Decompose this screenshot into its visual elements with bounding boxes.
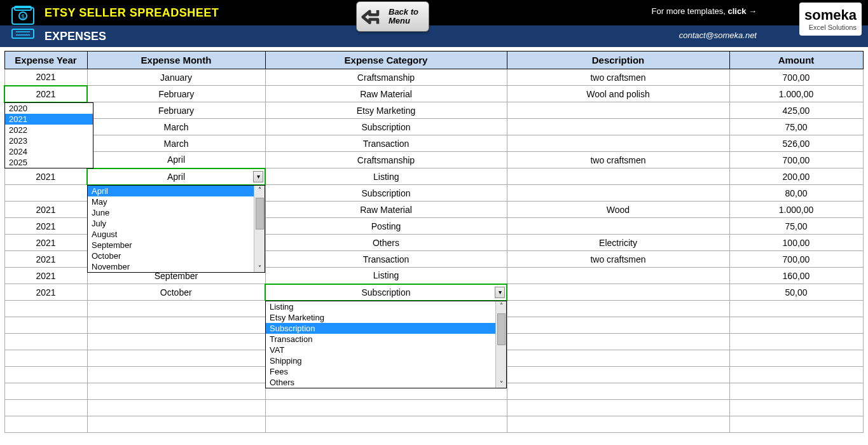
cell-month[interactable]: April xyxy=(87,152,265,168)
cell-month[interactable] xyxy=(87,416,265,433)
cell-month[interactable]: February xyxy=(87,102,265,119)
cell-desc[interactable] xyxy=(507,350,729,367)
cell-cat[interactable]: Etsy Marketing xyxy=(265,102,507,119)
year-dropdown[interactable]: 202020212022202320242025 xyxy=(4,102,93,168)
cell-year[interactable]: 2021 xyxy=(4,284,87,301)
dropdown-handle-icon[interactable]: ▾ xyxy=(253,171,263,182)
cell-month[interactable] xyxy=(87,367,265,383)
cell-amt[interactable] xyxy=(729,383,863,400)
dropdown-option[interactable]: August xyxy=(88,229,254,240)
cell-cat[interactable]: Raw Material xyxy=(265,202,507,218)
scroll-thumb[interactable] xyxy=(497,313,506,345)
cell-month[interactable]: October xyxy=(87,284,265,301)
cell-year[interactable] xyxy=(4,334,87,350)
cell-amt[interactable] xyxy=(729,416,863,433)
col-desc[interactable]: Description xyxy=(507,51,729,69)
cell-desc[interactable] xyxy=(507,218,729,235)
cell-year[interactable] xyxy=(4,367,87,383)
back-to-menu-button[interactable]: Back to Menu xyxy=(356,1,429,32)
category-dropdown[interactable]: ListingEtsy MarketingSubscriptionTransac… xyxy=(265,301,507,388)
cell-amt[interactable]: 50,00 xyxy=(729,284,863,301)
cell-cat[interactable]: Raw Material xyxy=(265,86,507,102)
cell-amt[interactable]: 100,00 xyxy=(729,235,863,251)
cell-month[interactable] xyxy=(87,350,265,367)
cell-desc[interactable] xyxy=(507,268,729,284)
dropdown-option[interactable]: October xyxy=(88,250,254,261)
cell-month[interactable] xyxy=(87,334,265,350)
dropdown-option[interactable]: 2024 xyxy=(5,146,93,157)
cell-cat[interactable]: Craftsmanship xyxy=(265,69,507,86)
cell-year[interactable] xyxy=(4,350,87,367)
cell-amt[interactable]: 160,00 xyxy=(729,268,863,284)
cell-cat[interactable] xyxy=(265,416,507,433)
cell-year[interactable]: 2021 xyxy=(4,69,87,86)
cell-amt[interactable] xyxy=(729,301,863,317)
cell-cat[interactable]: Listing xyxy=(265,168,507,185)
dropdown-option[interactable]: Transaction xyxy=(266,334,495,345)
cell-desc[interactable] xyxy=(507,102,729,119)
cell-amt[interactable] xyxy=(729,400,863,416)
dropdown-option[interactable]: 2021 xyxy=(5,114,93,125)
cell-desc[interactable]: two craftsmen xyxy=(507,69,729,86)
dropdown-option[interactable]: Others xyxy=(266,377,495,388)
cell-year[interactable] xyxy=(4,416,87,433)
cell-desc[interactable]: Wood xyxy=(507,202,729,218)
scrollbar[interactable]: ˄˅ xyxy=(495,301,506,388)
dropdown-option[interactable]: July xyxy=(88,218,254,229)
cell-year[interactable]: 2021 xyxy=(4,268,87,284)
cell-amt[interactable] xyxy=(729,317,863,334)
cell-month[interactable] xyxy=(87,383,265,400)
cell-amt[interactable]: 526,00 xyxy=(729,135,863,152)
cell-month[interactable]: March xyxy=(87,119,265,135)
cell-year[interactable] xyxy=(4,400,87,416)
cell-month[interactable]: April▾ xyxy=(87,168,265,185)
dropdown-option[interactable]: 2025 xyxy=(5,157,93,168)
cell-month[interactable]: February xyxy=(87,86,265,102)
dropdown-option[interactable]: Subscription xyxy=(266,323,495,334)
cell-amt[interactable] xyxy=(729,367,863,383)
cell-amt[interactable]: 200,00 xyxy=(729,168,863,185)
col-year[interactable]: Expense Year xyxy=(4,51,87,69)
cell-desc[interactable]: two craftsmen xyxy=(507,251,729,268)
dropdown-option[interactable]: June xyxy=(88,207,254,218)
cell-cat[interactable]: Subscription▾ xyxy=(265,284,507,301)
cell-amt[interactable]: 80,00 xyxy=(729,185,863,202)
dropdown-option[interactable]: November xyxy=(88,261,254,272)
cell-amt[interactable]: 700,00 xyxy=(729,251,863,268)
cell-cat[interactable]: Posting xyxy=(265,218,507,235)
cell-desc[interactable] xyxy=(507,301,729,317)
contact-email[interactable]: contact@someka.net xyxy=(679,31,757,40)
scroll-down-icon[interactable]: ˅ xyxy=(258,264,261,272)
col-amount[interactable]: Amount xyxy=(729,51,863,69)
scroll-thumb[interactable] xyxy=(256,198,264,229)
dropdown-option[interactable]: April xyxy=(88,186,254,196)
cell-amt[interactable] xyxy=(729,334,863,350)
templates-link[interactable]: For more templates, click → xyxy=(652,6,757,16)
dropdown-option[interactable]: VAT xyxy=(266,345,495,355)
dropdown-option[interactable]: 2020 xyxy=(5,103,93,114)
cell-amt[interactable]: 425,00 xyxy=(729,102,863,119)
cell-amt[interactable] xyxy=(729,350,863,367)
cell-year[interactable] xyxy=(4,185,87,202)
cell-desc[interactable] xyxy=(507,400,729,416)
cell-year[interactable] xyxy=(4,383,87,400)
cell-desc[interactable]: Electricity xyxy=(507,235,729,251)
cell-amt[interactable]: 75,00 xyxy=(729,119,863,135)
cell-year[interactable]: 2021 xyxy=(4,235,87,251)
cell-month[interactable] xyxy=(87,400,265,416)
cell-desc[interactable] xyxy=(507,119,729,135)
cell-year[interactable]: 2021 xyxy=(4,202,87,218)
cell-amt[interactable]: 700,00 xyxy=(729,69,863,86)
scroll-up-icon[interactable]: ˄ xyxy=(500,301,503,310)
cell-desc[interactable] xyxy=(507,317,729,334)
dropdown-option[interactable]: Listing xyxy=(266,301,495,312)
cell-month[interactable] xyxy=(87,317,265,334)
cell-year[interactable] xyxy=(4,317,87,334)
cell-desc[interactable] xyxy=(507,383,729,400)
cell-desc[interactable] xyxy=(507,168,729,185)
dropdown-option[interactable]: 2023 xyxy=(5,135,93,146)
cell-desc[interactable] xyxy=(507,284,729,301)
cell-year[interactable]: 2021 xyxy=(4,168,87,185)
scroll-up-icon[interactable]: ˄ xyxy=(258,186,261,194)
cell-year[interactable] xyxy=(4,301,87,317)
